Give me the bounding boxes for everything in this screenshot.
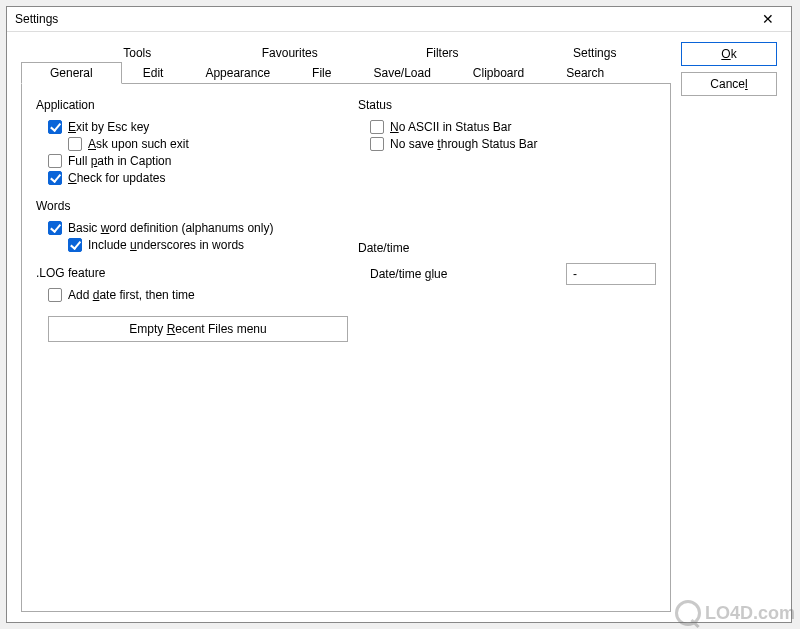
- datetime-glue-row: Date/time glue: [370, 263, 656, 285]
- watermark: LO4D.com: [675, 600, 795, 626]
- magnifier-icon: [675, 600, 701, 626]
- main-area: Tools Favourites Filters Settings Genera…: [21, 42, 671, 612]
- group-application: Application Exit by Esc key Ask upon suc…: [36, 98, 348, 185]
- tab-search[interactable]: Search: [545, 62, 625, 84]
- tab-tools[interactable]: Tools: [61, 42, 214, 63]
- checkbox-add-date-first[interactable]: Add date first, then time: [48, 288, 348, 302]
- tab-filters[interactable]: Filters: [366, 42, 519, 63]
- cancel-button[interactable]: Cancel: [681, 72, 777, 96]
- group-words-title: Words: [36, 199, 348, 213]
- checkbox-no-ascii[interactable]: No ASCII in Status Bar: [370, 120, 656, 134]
- checkbox-icon: [370, 120, 384, 134]
- tab-general[interactable]: General: [21, 62, 122, 84]
- checkbox-label: Ask upon such exit: [88, 137, 189, 151]
- tab-file[interactable]: File: [291, 62, 352, 84]
- left-column: Application Exit by Esc key Ask upon suc…: [36, 94, 348, 601]
- checkbox-no-save-status[interactable]: No save through Status Bar: [370, 137, 656, 151]
- tab-clipboard[interactable]: Clipboard: [452, 62, 545, 84]
- checkbox-icon: [48, 221, 62, 235]
- checkbox-label: Basic word definition (alphanums only): [68, 221, 273, 235]
- settings-window: Settings ✕ Tools Favourites Filters Sett…: [6, 6, 792, 623]
- datetime-glue-input[interactable]: [566, 263, 656, 285]
- checkbox-icon: [48, 288, 62, 302]
- group-status: Status No ASCII in Status Bar No save th…: [358, 98, 656, 151]
- group-application-title: Application: [36, 98, 348, 112]
- close-icon[interactable]: ✕: [753, 11, 783, 27]
- watermark-text: LO4D.com: [705, 603, 795, 624]
- datetime-glue-label: Date/time glue: [370, 267, 447, 281]
- ok-button[interactable]: Ok: [681, 42, 777, 66]
- tab-favourites[interactable]: Favourites: [214, 42, 367, 63]
- checkbox-exit-esc[interactable]: Exit by Esc key: [48, 120, 348, 134]
- checkbox-basic-word[interactable]: Basic word definition (alphanums only): [48, 221, 348, 235]
- checkbox-label: No save through Status Bar: [390, 137, 537, 151]
- group-status-title: Status: [358, 98, 656, 112]
- content: Tools Favourites Filters Settings Genera…: [7, 32, 791, 622]
- checkbox-check-updates[interactable]: Check for updates: [48, 171, 348, 185]
- tab-appearance[interactable]: Appearance: [184, 62, 291, 84]
- group-log-title: .LOG feature: [36, 266, 348, 280]
- spacer: [358, 165, 656, 237]
- checkbox-label: Check for updates: [68, 171, 165, 185]
- tabs-top-row: Tools Favourites Filters Settings: [21, 42, 671, 63]
- titlebar: Settings ✕: [7, 7, 791, 32]
- checkbox-label: Full path in Caption: [68, 154, 171, 168]
- checkbox-label: Add date first, then time: [68, 288, 195, 302]
- tab-edit[interactable]: Edit: [122, 62, 185, 84]
- right-column: Status No ASCII in Status Bar No save th…: [358, 94, 656, 601]
- group-words: Words Basic word definition (alphanums o…: [36, 199, 348, 252]
- checkbox-include-underscore[interactable]: Include underscores in words: [68, 238, 348, 252]
- empty-recent-button[interactable]: Empty Recent Files menu: [48, 316, 348, 342]
- checkbox-icon: [370, 137, 384, 151]
- checkbox-ask-exit[interactable]: Ask upon such exit: [68, 137, 348, 151]
- checkbox-label: Exit by Esc key: [68, 120, 149, 134]
- tabs-bottom-row: General Edit Appearance File Save/Load C…: [21, 62, 671, 84]
- side-buttons: Ok Cancel: [681, 42, 777, 612]
- tab-saveload[interactable]: Save/Load: [352, 62, 451, 84]
- checkbox-icon: [68, 238, 82, 252]
- checkbox-icon: [48, 154, 62, 168]
- group-datetime: Date/time Date/time glue: [358, 241, 656, 285]
- checkbox-label: Include underscores in words: [88, 238, 244, 252]
- window-title: Settings: [15, 12, 58, 26]
- checkbox-icon: [48, 171, 62, 185]
- checkbox-label: No ASCII in Status Bar: [390, 120, 511, 134]
- checkbox-full-path[interactable]: Full path in Caption: [48, 154, 348, 168]
- group-log: .LOG feature Add date first, then time: [36, 266, 348, 302]
- checkbox-icon: [48, 120, 62, 134]
- tab-panel-general: Application Exit by Esc key Ask upon suc…: [21, 83, 671, 612]
- group-datetime-title: Date/time: [358, 241, 656, 255]
- tab-settings[interactable]: Settings: [519, 42, 672, 63]
- checkbox-icon: [68, 137, 82, 151]
